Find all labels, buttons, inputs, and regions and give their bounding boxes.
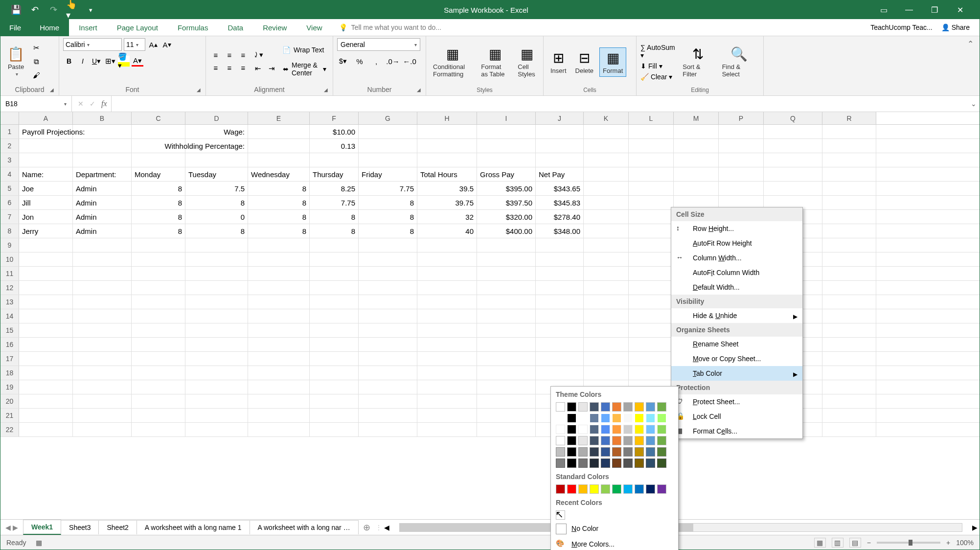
cell[interactable]	[417, 295, 477, 309]
cell[interactable]: 8	[359, 210, 417, 224]
pagebreak-view-icon[interactable]: ▤	[849, 538, 861, 548]
zoom-level[interactable]: 100%	[956, 539, 974, 547]
cell[interactable]	[477, 252, 536, 266]
cell[interactable]	[477, 153, 536, 167]
cell[interactable]	[674, 167, 719, 181]
undo-icon[interactable]: ↶	[29, 4, 41, 16]
cell[interactable]	[822, 380, 876, 394]
cell[interactable]	[764, 167, 822, 181]
cell[interactable]: 8	[185, 196, 248, 209]
cell[interactable]	[359, 267, 417, 280]
cell[interactable]	[132, 338, 185, 351]
cell[interactable]	[477, 295, 536, 309]
cell[interactable]	[359, 409, 417, 422]
cell[interactable]: 39.75	[417, 196, 477, 209]
cell[interactable]: 8	[359, 196, 417, 209]
color-swatch[interactable]	[556, 436, 565, 445]
row-header[interactable]: 16	[0, 338, 19, 351]
cell[interactable]	[132, 281, 185, 295]
cell[interactable]	[674, 153, 719, 167]
col-header[interactable]: D	[185, 112, 248, 124]
row-header[interactable]: 20	[0, 394, 19, 408]
macro-record-icon[interactable]: ▦	[36, 539, 42, 547]
cell[interactable]	[185, 153, 248, 167]
cell[interactable]	[629, 295, 674, 309]
color-swatch[interactable]	[612, 447, 621, 457]
color-swatch[interactable]	[556, 447, 565, 457]
color-swatch[interactable]	[657, 458, 666, 468]
cell[interactable]	[185, 423, 248, 436]
cell[interactable]	[629, 238, 674, 252]
cell[interactable]: 40	[417, 224, 477, 238]
row-header[interactable]: 7	[0, 210, 19, 224]
redo-icon[interactable]: ↷	[47, 4, 59, 16]
cell[interactable]	[310, 153, 359, 167]
col-header[interactable]: P	[719, 112, 764, 124]
cell[interactable]	[629, 366, 674, 380]
format-as-table-button[interactable]: ▦Format as Table	[478, 44, 512, 80]
cell[interactable]	[19, 338, 73, 351]
cell[interactable]	[73, 380, 132, 394]
cell[interactable]	[822, 309, 876, 323]
save-icon[interactable]: 💾	[10, 4, 22, 16]
cell[interactable]: $10.00	[310, 125, 359, 138]
expand-formula-bar-icon[interactable]: ⌄	[968, 100, 980, 108]
cell[interactable]	[359, 394, 417, 408]
sheet-tab[interactable]: Week1	[23, 520, 61, 535]
menu-protect-sheet[interactable]: 🛡Protect Sheet...	[671, 394, 802, 409]
insert-cells-button[interactable]: ⊞Insert	[547, 48, 570, 76]
row-header[interactable]: 12	[0, 281, 19, 295]
cell[interactable]: Jon	[19, 210, 73, 224]
cell[interactable]	[248, 352, 310, 366]
col-header[interactable]: G	[359, 112, 417, 124]
merge-center-button[interactable]: ⬌Merge & Center▾	[280, 59, 329, 79]
cell[interactable]: Joe	[19, 182, 73, 195]
color-swatch[interactable]	[657, 413, 666, 423]
cell[interactable]: Thursday	[310, 167, 359, 181]
color-swatch[interactable]	[567, 425, 576, 434]
col-header[interactable]: K	[584, 112, 629, 124]
cell[interactable]	[359, 309, 417, 323]
italic-button[interactable]: I	[77, 56, 89, 67]
cell[interactable]	[248, 366, 310, 380]
color-swatch[interactable]	[601, 436, 610, 445]
close-icon[interactable]: ✕	[952, 2, 968, 18]
color-swatch[interactable]	[646, 447, 655, 457]
row-header[interactable]: 5	[0, 182, 19, 195]
cell[interactable]	[73, 267, 132, 280]
fill-color-button[interactable]: 🪣▾	[118, 56, 130, 67]
cell[interactable]	[132, 394, 185, 408]
cell[interactable]	[629, 139, 674, 153]
cell[interactable]	[417, 409, 477, 422]
cell[interactable]	[584, 366, 629, 380]
cell[interactable]	[248, 252, 310, 266]
cell[interactable]	[310, 338, 359, 351]
cell[interactable]	[536, 295, 584, 309]
cell[interactable]	[822, 238, 876, 252]
cell[interactable]	[185, 252, 248, 266]
sheet-tab[interactable]: A worksheet with a long nar …	[250, 520, 359, 534]
cell[interactable]	[822, 167, 876, 181]
align-right[interactable]: ≡	[237, 63, 249, 73]
cell[interactable]	[310, 409, 359, 422]
cell[interactable]	[822, 125, 876, 138]
cell[interactable]	[19, 380, 73, 394]
cell[interactable]: $343.65	[536, 182, 584, 195]
row-header[interactable]: 17	[0, 352, 19, 366]
cell[interactable]	[132, 153, 185, 167]
cell[interactable]: 8.25	[310, 182, 359, 195]
cell[interactable]	[359, 380, 417, 394]
cell[interactable]	[185, 309, 248, 323]
cell[interactable]	[417, 323, 477, 337]
cell[interactable]	[132, 238, 185, 252]
cell[interactable]	[73, 281, 132, 295]
row-header[interactable]: 22	[0, 423, 19, 436]
cell[interactable]	[73, 352, 132, 366]
col-header[interactable]: M	[674, 112, 719, 124]
cell[interactable]	[477, 323, 536, 337]
color-swatch[interactable]	[590, 436, 599, 445]
cell[interactable]	[248, 153, 310, 167]
cell[interactable]	[185, 352, 248, 366]
color-swatch[interactable]	[635, 402, 644, 412]
cell[interactable]	[248, 281, 310, 295]
